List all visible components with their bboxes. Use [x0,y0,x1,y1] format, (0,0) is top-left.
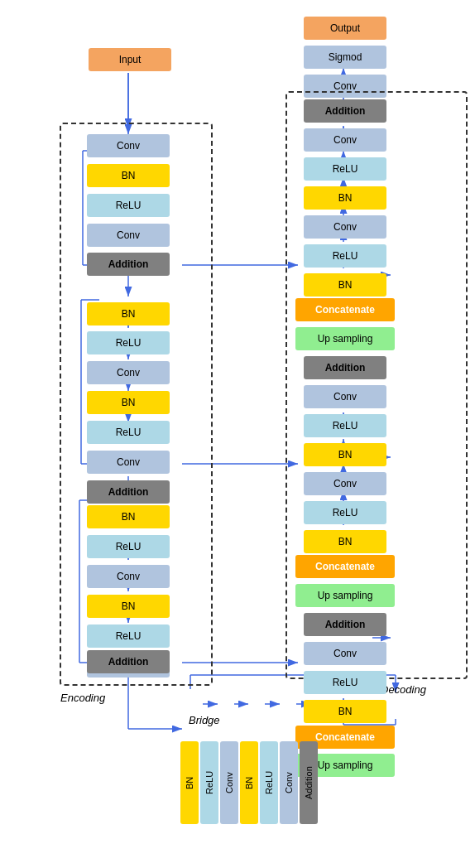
enc2-conv1: Conv [87,361,170,384]
enc2-bn1: BN [87,302,170,326]
bridge-bn2: BN [240,741,258,824]
bridge-addition: Addition [300,741,318,824]
decoding-relu1b: ReLU [304,244,386,268]
decoding-bn1b: BN [304,273,386,297]
decoding-relu2b: ReLU [304,501,386,524]
decoding-relu2a: ReLU [304,414,386,437]
decoding-bn2b: BN [304,530,386,553]
decoding-conv3a: Conv [304,642,386,665]
decoding-relu3a: ReLU [304,671,386,694]
enc2-relu2: ReLU [87,421,170,444]
decoding-concatenate-1: Concatenate [295,298,395,321]
decoding-concatenate-2: Concatenate [295,555,395,578]
decoding-relu1a: ReLU [304,157,386,181]
input-block: Input [89,48,171,71]
decoding-upsampling-1: Up sampling [295,327,395,350]
decoding-addition-2: Addition [304,356,386,379]
enc3-relu1: ReLU [87,535,170,558]
decoding-addition-1: Addition [304,99,386,123]
enc3-bn2: BN [87,595,170,618]
encoding-label: Encoding [60,692,105,704]
decoding-conv1b: Conv [304,215,386,239]
enc1-conv: Conv [87,134,170,157]
decoding-conv2b: Conv [304,472,386,495]
decoding-bn3a: BN [304,700,386,723]
bridge-bn: BN [180,741,199,824]
bridge-conv1: Conv [220,741,238,824]
sigmod-block: Sigmod [304,46,386,69]
enc1-relu: ReLU [87,194,170,217]
bridge-relu2: ReLU [260,741,278,824]
enc2-addition: Addition [87,480,170,504]
enc3-relu2: ReLU [87,624,170,648]
bridge-relu1: ReLU [200,741,218,824]
decoding-upsampling-2: Up sampling [295,584,395,607]
enc3-bn1: BN [87,505,170,528]
decoding-label: Decoding [381,683,426,696]
enc3-conv1: Conv [87,565,170,588]
enc2-bn2: BN [87,391,170,414]
bridge-label: Bridge [189,714,220,726]
enc2-conv2: Conv [87,451,170,474]
output-block: Output [304,17,386,40]
decoding-addition-3: Addition [304,613,386,636]
diagram: Output Sigmod Conv Input Decoding Additi… [0,0,475,868]
enc2-relu1: ReLU [87,331,170,354]
enc1-bn: BN [87,164,170,187]
decoding-bn2a: BN [304,443,386,466]
enc3-addition: Addition [87,650,170,673]
enc1-addition: Addition [87,253,170,276]
enc1-conv2: Conv [87,224,170,247]
decoding-conv1a: Conv [304,128,386,152]
decoding-bn1a: BN [304,186,386,210]
decoding-conv2a: Conv [304,385,386,408]
bridge-conv2: Conv [280,741,298,824]
